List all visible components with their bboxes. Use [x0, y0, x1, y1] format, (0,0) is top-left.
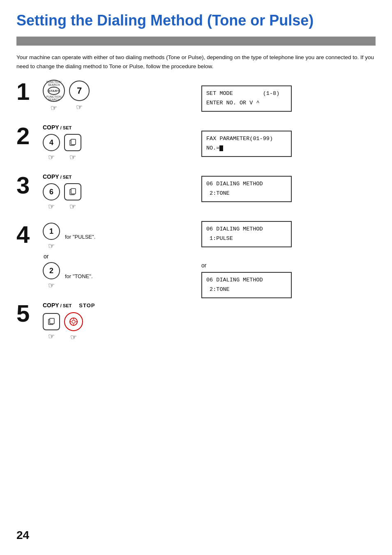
svg-rect-5	[50, 318, 54, 324]
start-button-cluster[interactable]: FUNCTIONSEARCH START FUNCTIONSEARCH ☞	[43, 80, 65, 113]
step-number-3: 3	[16, 173, 36, 197]
start-button[interactable]: FUNCTIONSEARCH START FUNCTIONSEARCH	[43, 80, 65, 102]
lcd-line-4-1: 06 DIALING METHOD	[206, 225, 287, 234]
cursor-block	[219, 145, 223, 151]
step-number-4: 4	[16, 223, 36, 246]
key-2-circle[interactable]: 2	[43, 262, 60, 279]
svg-point-7	[72, 320, 75, 323]
page-title: Setting the Dialing Method (Tone or Puls…	[0, 0, 392, 37]
copy-set-button-2[interactable]: ☞	[64, 134, 81, 162]
display-4: 06 DIALING METHOD 1:PULSE	[201, 221, 376, 247]
key-4-button[interactable]: 4 ☞	[43, 134, 60, 162]
step5-stop-label: STOP	[79, 302, 95, 309]
step-number-2: 2	[16, 124, 36, 148]
lcd-line-2-1: FAX PARAMETER(01-99)	[206, 134, 287, 144]
for-tone-label: for "TONE".	[65, 273, 93, 279]
lcd-box-2: FAX PARAMETER(01-99) NO.=	[201, 131, 292, 157]
step5-copy-set-label: COPY / SET	[43, 302, 71, 309]
key-6-button[interactable]: 6 ☞	[43, 183, 60, 211]
copy-set-icon-2[interactable]	[64, 134, 81, 151]
svg-rect-3	[71, 189, 76, 194]
section-bar	[16, 37, 376, 46]
finger-icon-3a: ☞	[48, 202, 55, 211]
or-separator: or	[201, 262, 376, 269]
finger-icon-4a: ☞	[48, 242, 55, 251]
step2-copy-set-label: COPY / SET	[43, 124, 71, 131]
finger-icon-2b: ☞	[69, 153, 76, 162]
display-2: FAX PARAMETER(01-99) NO.=	[201, 131, 376, 157]
finger-icon-1: ☞	[51, 104, 57, 113]
display-1: SET MODE (1-8) ENTER NO. OR V ^	[201, 85, 376, 112]
copy-set-icon-3[interactable]	[64, 183, 81, 200]
lcd-line-3-2: 2:TONE	[206, 189, 287, 198]
display-5: 06 DIALING METHOD 2:TONE	[201, 272, 376, 298]
step-4: 4 1 ☞ for "PULSE". or	[16, 223, 193, 290]
lcd-line-2-2: NO.=	[206, 144, 287, 153]
lcd-box-5: 06 DIALING METHOD 2:TONE	[201, 272, 292, 298]
step-2: 2 COPY / SET 4 ☞	[16, 124, 193, 162]
key-7-circle[interactable]: 7	[69, 81, 90, 101]
lcd-box-4: 06 DIALING METHOD 1:PULSE	[201, 221, 292, 247]
step-3: 3 COPY / SET 6 ☞	[16, 173, 193, 211]
key-6-circle[interactable]: 6	[43, 183, 60, 200]
step-number-5: 5	[16, 302, 36, 325]
step3-copy-set-label: COPY / SET	[43, 173, 71, 180]
lcd-line-3-1: 06 DIALING METHOD	[206, 180, 287, 189]
copy-set-button-3[interactable]: ☞	[64, 183, 81, 211]
lcd-line-4-2: 1:PULSE	[206, 234, 287, 244]
finger-icon-2a: ☞	[48, 153, 55, 162]
for-pulse-label: for "PULSE".	[65, 234, 95, 240]
finger-icon-1b: ☞	[76, 103, 83, 112]
copy-set-icon-5[interactable]	[43, 313, 60, 330]
stop-button-5[interactable]: ☞	[64, 312, 83, 342]
step-5: 5 COPY / SET STOP	[16, 302, 193, 342]
lcd-box-1: SET MODE (1-8) ENTER NO. OR V ^	[201, 85, 292, 112]
svg-rect-1	[71, 139, 76, 145]
stop-icon-5[interactable]	[64, 312, 83, 331]
finger-icon-4b: ☞	[48, 281, 55, 290]
step-number-1: 1	[16, 80, 36, 104]
key-7-button[interactable]: 7 ☞	[69, 81, 90, 112]
copy-set-button-5[interactable]: ☞	[43, 313, 60, 341]
key-1-button[interactable]: 1 ☞	[43, 223, 60, 251]
finger-icon-5a: ☞	[48, 332, 55, 341]
page-number: 24	[16, 529, 29, 542]
intro-text: Your machine can operate with either of …	[0, 53, 392, 80]
step5-labels: COPY / SET STOP	[43, 302, 95, 309]
lcd-box-3: 06 DIALING METHOD 2:TONE	[201, 176, 292, 202]
step4-or-text: or	[44, 253, 95, 260]
lcd-line-5-2: 2:TONE	[206, 285, 287, 295]
step-1: 1 FUNCTIONSEARCH START FUNCTIONSEARCH	[16, 80, 193, 113]
lcd-line-1-1: SET MODE (1-8)	[206, 89, 287, 99]
key-4-circle[interactable]: 4	[43, 134, 60, 151]
finger-icon-5b: ☞	[70, 333, 77, 342]
lcd-line-5-1: 06 DIALING METHOD	[206, 276, 287, 285]
key-1-circle[interactable]: 1	[43, 223, 60, 240]
key-2-button[interactable]: 2 ☞	[43, 262, 60, 290]
display-3: 06 DIALING METHOD 2:TONE	[201, 176, 376, 202]
lcd-line-1-2: ENTER NO. OR V ^	[206, 99, 287, 108]
finger-icon-3b: ☞	[69, 202, 76, 211]
